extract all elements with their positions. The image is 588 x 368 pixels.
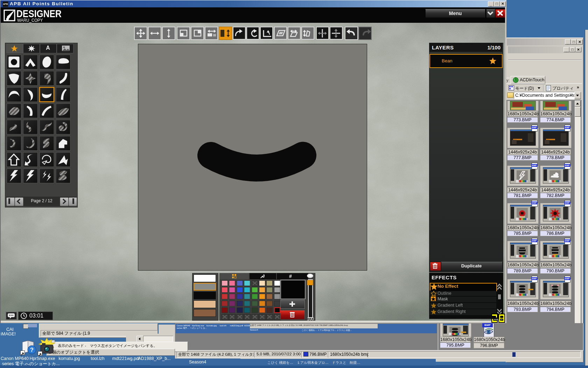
svg-text:?: ? [30, 347, 34, 353]
